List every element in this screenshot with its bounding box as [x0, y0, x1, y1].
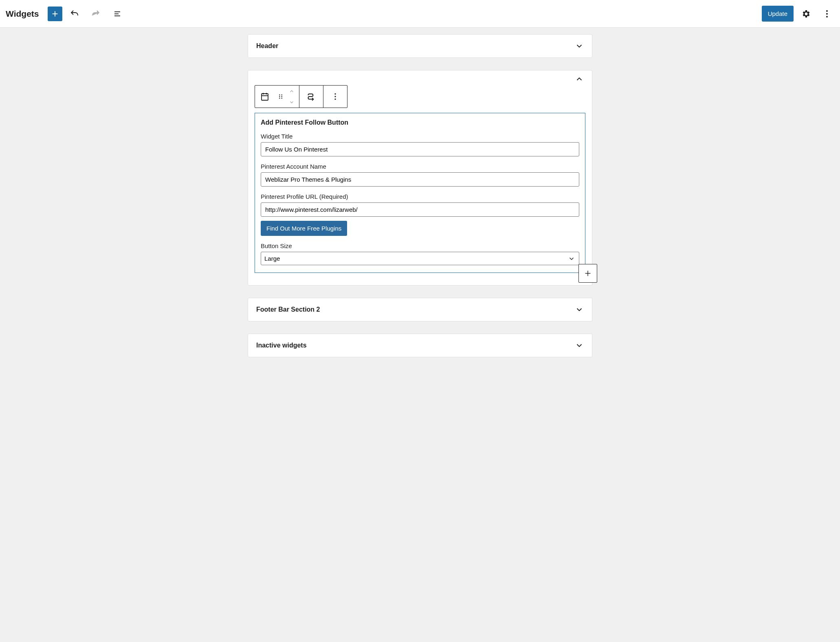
widget-area-title: Footer Bar Section 2 — [256, 306, 320, 313]
block-toolbar-group-type — [255, 86, 299, 108]
svg-point-7 — [826, 16, 828, 18]
profile-url-input[interactable] — [261, 202, 579, 217]
block-type-button[interactable] — [255, 86, 275, 108]
button-size-label: Button Size — [261, 242, 579, 249]
widget-area-footer-toggle[interactable]: Footer Bar Section 2 — [248, 298, 592, 321]
field-widget-title: Widget Title — [261, 133, 579, 156]
list-view-icon — [112, 9, 122, 19]
list-view-button[interactable] — [108, 5, 126, 23]
plus-icon — [51, 9, 59, 18]
chevron-up-icon — [289, 88, 295, 94]
chevron-down-icon — [289, 99, 295, 105]
widget-area-footer: Footer Bar Section 2 — [248, 298, 592, 321]
redo-button[interactable] — [87, 5, 105, 23]
move-up-button[interactable] — [287, 86, 297, 97]
redo-icon — [91, 9, 101, 19]
move-down-button[interactable] — [287, 97, 297, 108]
insert-block-button[interactable] — [578, 264, 597, 283]
svg-point-18 — [334, 93, 336, 95]
account-name-input[interactable] — [261, 172, 579, 187]
widget-area-active: Add Pinterest Follow Button Widget Title… — [248, 70, 592, 286]
more-options-button[interactable] — [818, 5, 836, 23]
svg-point-19 — [334, 96, 336, 97]
block-toolbar — [255, 85, 347, 108]
undo-icon — [70, 9, 79, 19]
gear-icon — [801, 9, 811, 19]
drag-handle[interactable] — [275, 86, 287, 108]
chevron-down-icon — [575, 305, 584, 314]
svg-point-5 — [826, 10, 828, 12]
widget-area-inactive-toggle[interactable]: Inactive widgets — [248, 334, 592, 357]
calendar-icon — [260, 92, 270, 101]
chevron-down-icon — [575, 341, 584, 350]
field-profile-url: Pinterest Profile URL (Required) — [261, 193, 579, 217]
widget-areas: Header — [248, 28, 592, 382]
widget-area-inactive: Inactive widgets — [248, 334, 592, 357]
settings-button[interactable] — [797, 5, 815, 23]
update-button[interactable]: Update — [762, 6, 794, 22]
editor-topbar: Widgets Update — [0, 0, 840, 28]
vertical-dots-icon — [331, 92, 340, 101]
more-plugins-button[interactable]: Find Out More Free Plugins — [261, 221, 347, 236]
svg-point-12 — [279, 95, 280, 95]
chevron-up-icon — [575, 75, 584, 84]
widget-title-label: Widget Title — [261, 133, 579, 140]
add-block-button[interactable] — [48, 7, 62, 21]
vertical-dots-icon — [822, 9, 832, 19]
svg-point-16 — [279, 98, 280, 99]
block-toolbar-group-more — [323, 86, 347, 108]
pinterest-widget-block: Add Pinterest Follow Button Widget Title… — [255, 113, 585, 273]
field-account-name: Pinterest Account Name — [261, 163, 579, 187]
account-name-label: Pinterest Account Name — [261, 163, 579, 170]
chevron-down-icon — [575, 42, 584, 51]
svg-point-6 — [826, 13, 828, 15]
block-mover — [287, 86, 299, 108]
widget-area-header: Header — [248, 34, 592, 58]
widget-area-active-toggle[interactable] — [248, 70, 592, 84]
topbar-right: Update — [762, 5, 836, 23]
topbar-left: Widgets — [4, 5, 126, 23]
transform-button[interactable] — [299, 86, 323, 108]
svg-point-20 — [334, 99, 336, 100]
svg-point-14 — [279, 96, 280, 97]
widget-title-input[interactable] — [261, 142, 579, 156]
widget-area-header-toggle[interactable]: Header — [248, 35, 592, 57]
profile-url-label: Pinterest Profile URL (Required) — [261, 193, 579, 200]
drag-icon — [277, 93, 284, 100]
block-toolbar-group-transform — [299, 86, 323, 108]
page-title: Widgets — [4, 9, 39, 19]
widget-area-active-body: Add Pinterest Follow Button Widget Title… — [248, 84, 592, 285]
widget-heading: Add Pinterest Follow Button — [261, 119, 579, 126]
field-button-size: Button Size Large — [261, 242, 579, 265]
transform-icon — [306, 91, 317, 102]
svg-rect-8 — [262, 94, 268, 100]
widget-area-title: Inactive widgets — [256, 342, 307, 349]
svg-point-13 — [281, 95, 282, 95]
block-more-button[interactable] — [323, 86, 347, 108]
widget-area-title: Header — [256, 42, 278, 50]
undo-button[interactable] — [66, 5, 84, 23]
plus-icon — [583, 269, 592, 278]
svg-point-15 — [281, 96, 282, 97]
svg-point-17 — [281, 98, 282, 99]
button-size-select[interactable]: Large — [261, 252, 579, 265]
